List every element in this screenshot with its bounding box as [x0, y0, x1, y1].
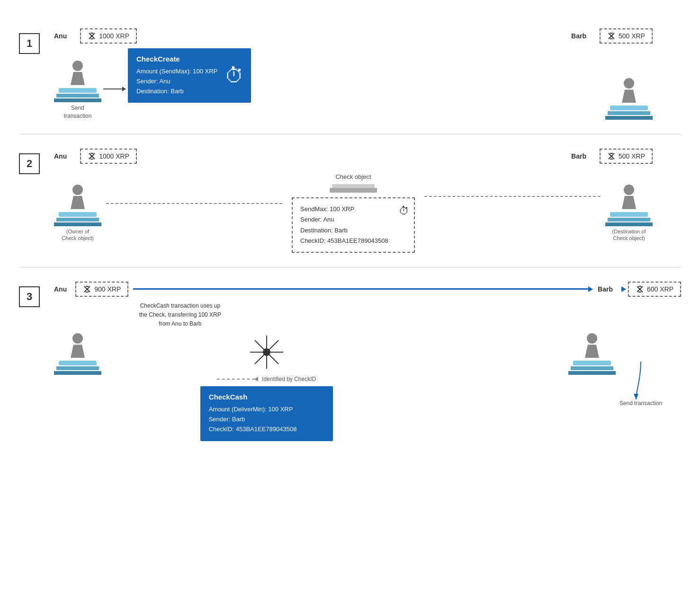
barb-header-1: Barb 500 XRP	[571, 28, 653, 44]
xrp-icon-barb-2	[607, 152, 616, 160]
action-box-1: CheckCreate Amount (SendMax): 100 XRP Se…	[128, 48, 251, 103]
svg-point-32	[263, 348, 270, 356]
barb-body-1	[622, 89, 636, 103]
curved-arrow-svg-3	[634, 362, 648, 399]
barb-head-2	[624, 185, 634, 195]
actors-header-row-2: Anu 1000 XRP Barb 500 XRP	[54, 149, 681, 164]
barb-area-3: Send transaction	[568, 333, 662, 408]
barb-head-1	[624, 78, 634, 89]
dotted-arrowhead	[254, 377, 258, 381]
barb-balance-arrow-3: 600 XRP	[621, 282, 681, 297]
timer-icon-2: ⏱	[399, 202, 409, 220]
section-1-body: Send transaction CheckCreate Amount (Sen…	[54, 48, 681, 120]
barb-platform-bot-1	[605, 116, 653, 120]
check-line2-2: Sender: Anu	[300, 214, 406, 225]
anu-body-3	[71, 345, 85, 358]
barb-label-1: Barb	[571, 32, 586, 40]
section-3-header-row: Anu 900 XRP Barb	[54, 282, 681, 297]
barb-platform-mid-1	[608, 111, 650, 115]
svg-marker-33	[634, 394, 638, 399]
barb-head-3	[587, 333, 597, 344]
dotted-left-2	[106, 203, 282, 204]
barb-header-3: Barb 600 XRP	[598, 282, 681, 297]
action-box-title-3: CheckCash	[209, 393, 324, 401]
action-line2-1: Sender: Anu	[136, 77, 218, 87]
dotted-right-2	[424, 196, 601, 197]
check-line3-2: Destination: Barb	[300, 225, 406, 236]
barb-balance-text-1: 500 XRP	[619, 32, 645, 40]
platform-bot-1	[54, 98, 101, 102]
platform-mid-1	[56, 94, 99, 98]
xrp-icon-anu-3	[83, 285, 91, 293]
anu-balance-text-2: 1000 XRP	[99, 152, 129, 160]
action-line3-1: Destination: Barb	[136, 87, 218, 97]
barb-header-2: Barb 500 XRP	[571, 149, 653, 164]
xrp-icon-barb-3	[636, 285, 644, 293]
flow-arrowhead-3	[588, 286, 593, 292]
barb-figure-1	[605, 78, 653, 120]
barb-body-3	[585, 345, 599, 358]
anu-balance-text-1: 1000 XRP	[99, 32, 129, 40]
send-tx-3: Send transaction	[619, 362, 662, 408]
transfer-label-3: CheckCash transaction uses up the Check,…	[139, 301, 221, 329]
check-platform-layer1	[332, 184, 375, 188]
anu-platform-3	[54, 361, 101, 375]
action-box-content-1: Amount (SendMax): 100 XRP Sender: Anu De…	[136, 67, 218, 96]
step-number-3: 3	[19, 286, 40, 307]
anu-head-2	[72, 185, 83, 195]
check-line1-2: SendMax: 100 XRP	[300, 204, 406, 214]
section-3-bottom: Identified by CheckID CheckCash Amount (…	[54, 333, 681, 441]
xrp-icon-anu-1	[88, 32, 96, 40]
anu-body-1	[71, 72, 85, 85]
anu-balance-2: 1000 XRP	[80, 149, 137, 164]
barb-balance-1: 500 XRP	[600, 28, 653, 44]
anu-figure-1: Send transaction	[54, 61, 101, 120]
barb-balance-text-2: 500 XRP	[619, 152, 645, 160]
anu-balance-text-3: 900 XRP	[94, 285, 121, 293]
barb-figure-3	[568, 333, 616, 375]
anu-header-2: Anu 1000 XRP	[54, 149, 137, 164]
stopwatch-icon-1: ⏱	[224, 64, 244, 87]
barb-platform-3	[568, 361, 616, 375]
xrp-icon-anu-2	[88, 152, 96, 160]
platform-top-1	[59, 88, 97, 93]
barb-platform-top-1	[610, 106, 648, 110]
anu-header-3: Anu 900 XRP	[54, 282, 128, 297]
action-line1-3: Amount (DeliverMin): 100 XRP	[209, 405, 324, 415]
check-object-box-2: SendMax: 100 XRP Sender: Anu Destination…	[292, 197, 415, 252]
anu-platform-1	[54, 88, 101, 102]
anu-figure-3	[54, 333, 101, 375]
send-tx-label-3: Send transaction	[619, 399, 662, 408]
transfer-label-row: CheckCash transaction uses up the Check,…	[54, 301, 681, 329]
action-line3-3: CheckID: 453BA1EE789043508	[209, 425, 324, 434]
barb-platform-1	[605, 106, 653, 120]
check-platform-layer2	[330, 188, 377, 193]
action-box-3: CheckCash Amount (DeliverMin): 100 XRP S…	[200, 386, 333, 441]
section-1: 1 Anu 1000 XRP Barb 500 XRP	[19, 14, 681, 134]
sunburst-3	[248, 333, 286, 371]
send-tx-label-1: Send transaction	[64, 104, 92, 120]
arrow-head-1	[122, 87, 126, 91]
barb-platform-2	[605, 212, 653, 226]
action-box-title-1: CheckCreate	[136, 55, 218, 63]
xrp-icon-barb-1	[607, 32, 616, 40]
anu-head-1	[72, 61, 83, 71]
step-number-1: 1	[19, 33, 40, 54]
anu-label-2: Anu	[54, 152, 67, 160]
identified-row: Identified by CheckID	[116, 376, 417, 382]
anu-body-2	[71, 196, 85, 209]
barb-label-3: Barb	[598, 285, 613, 293]
anu-head-3	[72, 333, 83, 344]
action-box-content-3: Amount (DeliverMin): 100 XRP Sender: Bar…	[209, 405, 324, 434]
check-platform-2	[330, 184, 377, 193]
dotted-to-identified	[217, 379, 255, 380]
flow-line-3	[133, 288, 588, 290]
anu-header-1: Anu 1000 XRP	[54, 28, 137, 44]
barb-balance-2: 500 XRP	[600, 149, 653, 164]
anu-balance-3: 900 XRP	[75, 282, 128, 297]
actors-header-row-1: Anu 1000 XRP Barb 500 XRP	[54, 28, 681, 44]
flow-arrow-3	[133, 286, 593, 292]
section-2-body: (Owner of Check object) Check object Sen…	[54, 173, 681, 252]
anu-balance-1: 1000 XRP	[80, 28, 137, 44]
check-obj-container-2: Check object SendMax: 100 XRP Sender: An…	[292, 173, 415, 252]
